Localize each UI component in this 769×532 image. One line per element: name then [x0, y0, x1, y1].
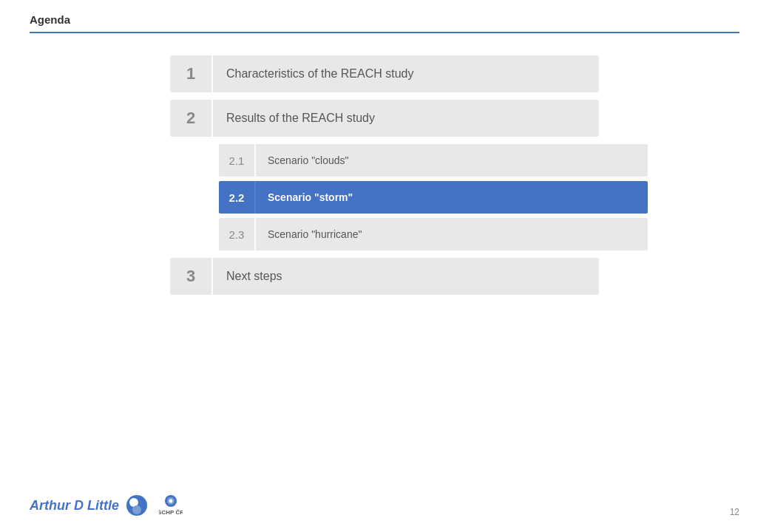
adl-logo-text: Arthur D Little: [30, 498, 119, 514]
agenda-row-3[interactable]: 3 Next steps: [170, 258, 599, 295]
schp-logo: SCHP ČR: [159, 494, 183, 517]
svg-text:SCHP ČR: SCHP ČR: [159, 509, 183, 516]
agenda-label-2-3: Scenario "hurricane": [254, 218, 648, 250]
agenda-row-2-2[interactable]: 2.2 Scenario "storm": [219, 181, 648, 214]
agenda-label-2: Results of the REACH study: [211, 100, 599, 137]
agenda-label-3: Next steps: [211, 258, 599, 295]
adl-logo: Arthur D Little: [30, 495, 147, 516]
agenda-row-2[interactable]: 2 Results of the REACH study: [170, 100, 599, 137]
agenda-label-1: Characteristics of the REACH study: [211, 55, 599, 92]
agenda-row-2-3[interactable]: 2.3 Scenario "hurricane": [219, 218, 648, 250]
agenda-number-2-3: 2.3: [219, 218, 254, 250]
agenda-label-2-2: Scenario "storm": [254, 181, 648, 214]
agenda-number-2-1: 2.1: [219, 144, 254, 177]
agenda-list: 1 Characteristics of the REACH study 2 R…: [170, 55, 599, 295]
sub-items-group: 2.1 Scenario "clouds" 2.2 Scenario "stor…: [170, 144, 599, 250]
footer-logos: Arthur D Little SCHP ČR: [30, 494, 183, 517]
page-title: Agenda: [30, 13, 739, 26]
agenda-row-2-1[interactable]: 2.1 Scenario "clouds": [219, 144, 648, 177]
agenda-number-3: 3: [170, 258, 211, 295]
main-content: 1 Characteristics of the REACH study 2 R…: [0, 33, 769, 295]
agenda-number-2: 2: [170, 100, 211, 137]
header: Agenda: [0, 0, 769, 33]
agenda-label-2-1: Scenario "clouds": [254, 144, 648, 177]
page-container: Agenda 1 Characteristics of the REACH st…: [0, 0, 769, 532]
agenda-number-1: 1: [170, 55, 211, 92]
adl-logo-icon: [126, 495, 147, 516]
footer: Arthur D Little SCHP ČR: [30, 494, 739, 517]
agenda-number-2-2: 2.2: [219, 181, 254, 214]
page-number: 12: [730, 507, 739, 517]
schp-icon: SCHP ČR: [159, 494, 183, 517]
agenda-row-1[interactable]: 1 Characteristics of the REACH study: [170, 55, 599, 92]
svg-point-2: [169, 499, 173, 503]
